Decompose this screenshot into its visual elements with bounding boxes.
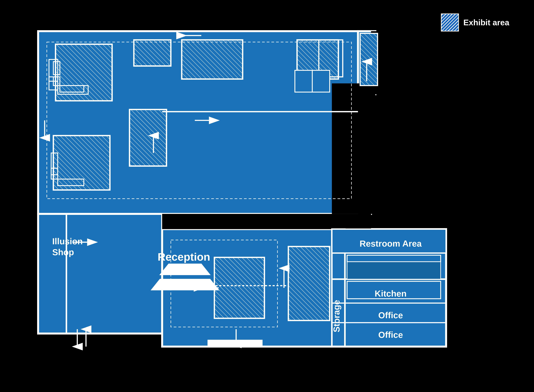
floor-plan: Restroom Area Kitchen Office Office Stor…	[18, 23, 456, 360]
exhibit-4-hatch	[360, 33, 378, 86]
top-right-cutout	[371, 31, 425, 94]
exhibit-5-hatch	[130, 109, 167, 166]
restroom-units	[347, 262, 440, 279]
lower-left-area	[38, 214, 162, 334]
illusion-shop-label: Illusion	[52, 237, 83, 246]
small-room-2	[295, 70, 312, 92]
kitchen-label: Kitchen	[375, 289, 407, 298]
reception-label: Reception	[158, 251, 210, 263]
exhibit-storage-hatch	[288, 247, 330, 321]
restroom-area-label: Restroom Area	[360, 239, 422, 248]
right-cutout-main	[358, 94, 371, 244]
reception-desk-2	[151, 279, 219, 290]
illusion-shop-label-2: Shop	[52, 247, 74, 257]
exhibit-3-hatch	[182, 40, 243, 79]
exhibit-7-hatch	[214, 257, 264, 318]
exhibit-2-hatch	[134, 40, 171, 66]
legend-label: Exhibit area	[464, 18, 509, 27]
reception-desk	[160, 264, 210, 275]
small-room-3	[312, 70, 330, 92]
storage-label: Storage	[332, 300, 341, 332]
gap-upper-lower	[162, 214, 365, 229]
exhibit-6-hatch	[53, 135, 110, 190]
office2-label: Office	[378, 330, 403, 340]
office1-label: Office	[378, 310, 403, 320]
bench	[208, 340, 262, 347]
